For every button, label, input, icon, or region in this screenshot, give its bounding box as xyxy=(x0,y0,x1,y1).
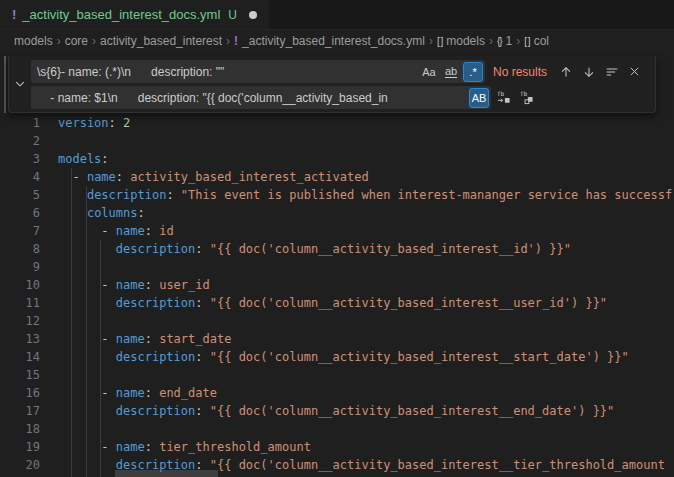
line-content xyxy=(40,258,58,276)
code-area[interactable]: 1version: 223models:4 - name: activity_b… xyxy=(0,114,674,474)
arrow-up-icon xyxy=(559,65,573,79)
line-content xyxy=(40,312,58,330)
git-status-badge: U xyxy=(228,8,237,22)
find-input[interactable] xyxy=(31,65,419,79)
breadcrumb-item[interactable]: [ ]models xyxy=(437,34,485,48)
line-number: 7 xyxy=(0,222,40,240)
line-number: 19 xyxy=(0,438,40,456)
line-number: 11 xyxy=(0,294,40,312)
toggle-replace-button[interactable] xyxy=(9,56,31,112)
line-content: - name: tier_threshold_amount xyxy=(40,438,311,456)
svg-text:fb: fb xyxy=(497,90,505,97)
breadcrumb-separator: › xyxy=(516,34,520,48)
line-number: 4 xyxy=(0,168,40,186)
breadcrumb-item[interactable]: activity_based_interest xyxy=(100,34,222,48)
object-symbol-icon: {} xyxy=(497,36,502,47)
code-line: 7 - name: id xyxy=(0,222,674,240)
yaml-symbol-icon: ! xyxy=(234,34,238,48)
breadcrumb-separator: › xyxy=(226,34,230,48)
line-content: - name: id xyxy=(40,222,174,240)
line-number: 15 xyxy=(0,366,40,384)
breadcrumb-label: _activity_based_interest_docs.yml xyxy=(242,34,425,48)
arrow-down-icon xyxy=(582,65,596,79)
next-match-button[interactable] xyxy=(578,61,599,82)
code-line: 18 xyxy=(0,420,674,438)
line-content xyxy=(40,366,58,384)
tab-bar: ! _activity_based_interest_docs.yml U xyxy=(0,0,674,30)
breadcrumb-separator: › xyxy=(92,34,96,48)
code-line: 3models: xyxy=(0,150,674,168)
line-number: 1 xyxy=(0,114,40,132)
breadcrumb-label: models xyxy=(14,34,53,48)
find-input-box: Aa ab .* xyxy=(31,60,485,83)
horizontal-scrollbar[interactable] xyxy=(115,470,218,477)
line-content: description: "This event is published wh… xyxy=(40,186,672,204)
breadcrumb-separator: › xyxy=(489,34,493,48)
line-number: 20 xyxy=(0,456,40,474)
breadcrumb-item[interactable]: core xyxy=(65,34,88,48)
code-line: 20 description: "{{ doc('column__activit… xyxy=(0,456,674,474)
code-line: 13 - name: start_date xyxy=(0,330,674,348)
line-number: 16 xyxy=(0,384,40,402)
close-find-button[interactable] xyxy=(624,61,645,82)
array-symbol-icon: [ ] xyxy=(437,36,442,47)
line-number: 10 xyxy=(0,276,40,294)
editor-pane[interactable]: 1version: 223models:4 - name: activity_b… xyxy=(0,52,674,477)
modified-dot-icon[interactable] xyxy=(249,11,257,19)
code-line: 19 - name: tier_threshold_amount xyxy=(0,438,674,456)
whole-word-toggle[interactable]: ab xyxy=(441,62,461,82)
code-line: 9 xyxy=(0,258,674,276)
line-number: 14 xyxy=(0,348,40,366)
code-line: 15 xyxy=(0,366,674,384)
breadcrumb: models›core›activity_based_interest›!_ac… xyxy=(0,30,674,52)
line-number: 2 xyxy=(0,132,40,150)
breadcrumb-item[interactable]: models xyxy=(14,34,53,48)
find-row: Aa ab .* No results xyxy=(31,60,651,83)
line-number: 3 xyxy=(0,150,40,168)
replace-input[interactable] xyxy=(31,91,469,105)
line-content xyxy=(40,420,58,438)
replace-all-button[interactable]: fb xyxy=(516,87,537,108)
line-content: version: 2 xyxy=(40,114,130,132)
line-content: description: "{{ doc('column__activity_b… xyxy=(40,402,614,420)
breadcrumb-label: core xyxy=(65,34,88,48)
line-number: 17 xyxy=(0,402,40,420)
replace-button[interactable]: fb xyxy=(493,87,514,108)
code-line: 12 xyxy=(0,312,674,330)
list-selection-icon xyxy=(605,65,619,79)
breadcrumb-item[interactable]: [ ]col xyxy=(524,34,549,48)
code-line: 2 xyxy=(0,132,674,150)
array-symbol-icon: [ ] xyxy=(524,36,529,47)
breadcrumb-label: models xyxy=(446,34,485,48)
tab-filename: _activity_based_interest_docs.yml xyxy=(22,7,220,22)
line-number: 18 xyxy=(0,420,40,438)
svg-text:fb: fb xyxy=(520,90,528,97)
code-line: 11 description: "{{ doc('column__activit… xyxy=(0,294,674,312)
breadcrumb-item[interactable]: {}1 xyxy=(497,34,512,48)
tab-active-file[interactable]: ! _activity_based_interest_docs.yml U xyxy=(0,0,269,29)
replace-row: AB fb fb xyxy=(31,86,651,109)
line-content: - name: user_id xyxy=(40,276,210,294)
replace-icon: fb xyxy=(496,90,511,105)
replace-all-icon: fb xyxy=(519,90,534,105)
line-content: description: "{{ doc('column__activity_b… xyxy=(40,294,607,312)
breadcrumb-item[interactable]: !_activity_based_interest_docs.yml xyxy=(234,34,425,48)
line-content xyxy=(40,132,58,150)
line-content: description: "{{ doc('column__activity_b… xyxy=(40,240,571,258)
find-results-count: No results xyxy=(493,65,547,79)
line-number: 9 xyxy=(0,258,40,276)
close-icon xyxy=(628,65,641,78)
previous-match-button[interactable] xyxy=(555,61,576,82)
line-number: 5 xyxy=(0,186,40,204)
find-in-selection-button[interactable] xyxy=(601,61,622,82)
preserve-case-toggle[interactable]: AB xyxy=(469,88,489,108)
regex-toggle[interactable]: .* xyxy=(463,62,483,82)
breadcrumb-label: activity_based_interest xyxy=(100,34,222,48)
line-number: 13 xyxy=(0,330,40,348)
breadcrumb-label: 1 xyxy=(506,34,513,48)
match-case-toggle[interactable]: Aa xyxy=(419,62,439,82)
replace-input-box: AB xyxy=(31,86,491,109)
code-line: 17 description: "{{ doc('column__activit… xyxy=(0,402,674,420)
line-content: columns: xyxy=(40,204,145,222)
find-widget-sash[interactable] xyxy=(4,56,6,113)
